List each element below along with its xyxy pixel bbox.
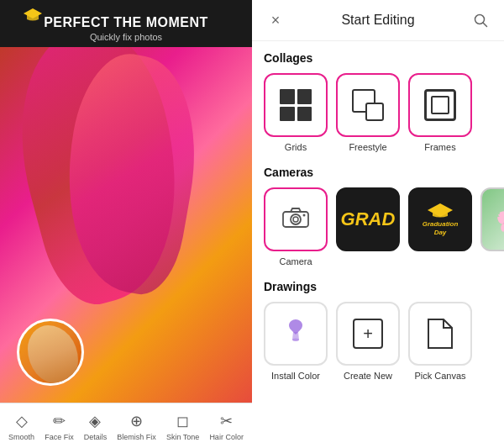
face-fix-icon: ✏	[53, 412, 66, 430]
freestyle-icon-box	[336, 73, 400, 137]
right-panel: × Start Editing Collages	[252, 0, 504, 448]
floral-icon-box: 🌸	[480, 187, 504, 251]
svg-point-3	[291, 214, 301, 224]
collages-title: Collages	[264, 51, 492, 65]
grad-text: GRAD	[341, 208, 396, 230]
tool-blemish-fix[interactable]: ⊕ Blemish Fix	[113, 410, 160, 443]
collages-section: Collages Grids	[264, 51, 492, 152]
create-new-icon-box: +	[336, 302, 400, 366]
create-new-item[interactable]: + Create New	[336, 302, 400, 381]
left-header: PERFECT THE MOMENT Quickly fix photos	[0, 0, 252, 47]
tool-face-fix[interactable]: ✏ Face Fix	[41, 410, 77, 443]
install-color-icon-box	[264, 302, 328, 366]
details-label: Details	[84, 433, 108, 441]
frames-icon	[424, 89, 456, 121]
app-title: PERFECT THE MOMENT	[8, 15, 244, 30]
blemish-fix-label: Blemish Fix	[117, 433, 156, 441]
create-new-label: Create New	[344, 371, 392, 381]
search-button[interactable]	[469, 8, 492, 32]
cameras-section: Cameras Ca	[264, 166, 492, 266]
frames-label: Frames	[424, 142, 455, 152]
freestyle-icon	[352, 89, 384, 121]
tool-skin-tone[interactable]: ◻ Skin Tone	[163, 410, 202, 443]
graduation-icon-box: GraduationDay	[408, 187, 472, 251]
photo-area	[0, 47, 252, 403]
grad-item[interactable]: GRAD	[336, 187, 400, 266]
grids-icon	[280, 89, 312, 121]
camera-item[interactable]: Camera	[264, 187, 328, 266]
grids-item[interactable]: Grids	[264, 73, 328, 152]
hair-color-label: Hair Color	[209, 433, 244, 441]
frames-item[interactable]: Frames	[408, 73, 472, 152]
camera-icon	[281, 205, 310, 235]
install-color-label: Install Color	[271, 371, 320, 381]
skin-tone-label: Skin Tone	[166, 433, 199, 441]
app-subtitle: Quickly fix photos	[8, 32, 244, 42]
freestyle-item[interactable]: Freestyle	[336, 73, 400, 152]
svg-line-1	[483, 23, 487, 27]
drawings-section: Drawings Install Color	[264, 280, 492, 381]
cameras-row: Camera GRAD	[264, 187, 492, 266]
bottom-toolbar: ◇ Smooth ✏ Face Fix ◈ Details ⊕ Blemish …	[0, 403, 252, 448]
floral-icon: 🌸	[496, 203, 504, 235]
search-icon	[474, 13, 488, 28]
blemish-fix-icon: ⊕	[130, 412, 143, 430]
floral-item[interactable]: 🌸	[480, 187, 504, 266]
svg-point-4	[293, 217, 298, 222]
install-color-item[interactable]: Install Color	[264, 302, 328, 381]
grids-label: Grids	[285, 142, 307, 152]
right-content: Collages Grids	[252, 41, 504, 404]
freestyle-label: Freestyle	[349, 142, 386, 152]
graduation-day-text: GraduationDay	[423, 220, 459, 236]
tool-smooth[interactable]: ◇ Smooth	[5, 410, 38, 443]
pick-canvas-label: Pick Canvas	[414, 371, 465, 381]
camera-label: Camera	[279, 256, 312, 266]
cameras-title: Cameras	[264, 166, 492, 179]
graduation-item[interactable]: GraduationDay	[408, 187, 472, 266]
drawings-row: Install Color + Create New Pic	[264, 302, 492, 381]
grids-icon-box	[264, 73, 328, 137]
tool-hair-color[interactable]: ✂ Hair Color	[206, 410, 247, 443]
smooth-label: Smooth	[8, 433, 34, 441]
camera-icon-box	[264, 187, 328, 251]
right-header: × Start Editing	[252, 0, 504, 41]
pick-canvas-item[interactable]: Pick Canvas	[408, 302, 472, 381]
tool-details[interactable]: ◈ Details	[81, 410, 111, 443]
svg-point-8	[292, 338, 299, 340]
smooth-icon: ◇	[16, 412, 28, 430]
close-button[interactable]: ×	[264, 8, 287, 32]
face-fix-label: Face Fix	[45, 433, 74, 441]
skin-tone-icon: ◻	[176, 412, 189, 430]
hair-color-icon: ✂	[220, 412, 233, 430]
pick-canvas-icon-box	[408, 302, 472, 366]
frames-icon-box	[408, 73, 472, 137]
panel-title: Start Editing	[287, 13, 469, 28]
graduation-hat-icon	[428, 202, 453, 219]
grad-icon-box: GRAD	[336, 187, 400, 251]
details-icon: ◈	[89, 412, 101, 430]
collages-row: Grids Freestyle	[264, 73, 492, 152]
drawings-title: Drawings	[264, 280, 492, 293]
left-panel: PERFECT THE MOMENT Quickly fix photos ◇ …	[0, 0, 252, 448]
svg-point-5	[303, 213, 306, 216]
install-color-icon	[281, 316, 311, 352]
pick-canvas-icon	[427, 318, 454, 350]
create-new-icon: +	[353, 319, 383, 349]
circle-thumbnail	[17, 319, 84, 386]
